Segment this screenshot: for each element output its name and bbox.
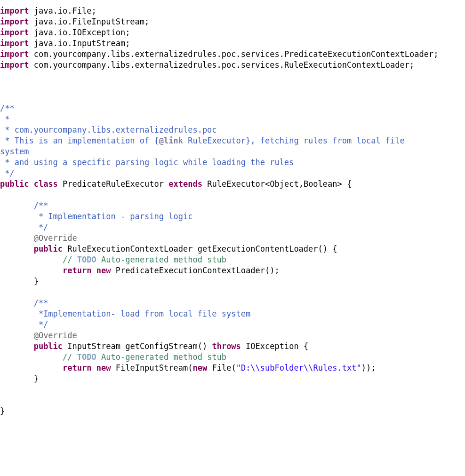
import-path: com.yourcompany.libs.externalizedrules.p… (34, 49, 434, 59)
comment-text: Auto-generated method stub (101, 255, 226, 264)
parent-class: RuleExecutor<Object,Boolean> (207, 179, 342, 189)
import-path: java.io.FileInputStream (34, 17, 144, 26)
javadoc-link-target: RuleExecutor (188, 136, 246, 145)
keyword-import: import (0, 17, 29, 26)
keyword-public: public (34, 244, 63, 254)
return-type: RuleExecutionContextLoader (67, 244, 192, 254)
import-path: java.io.IOException (34, 28, 125, 37)
return-type: InputStream (67, 341, 120, 351)
javadoc-tag-link: @link (159, 136, 183, 145)
javadoc-text: system (0, 147, 29, 156)
keyword-class: class (34, 179, 58, 189)
javadoc-line: system (0, 147, 29, 156)
keyword-import: import (0, 6, 29, 16)
keyword-return: return (63, 363, 91, 373)
keyword-public: public (34, 341, 63, 351)
import-line: import com.yourcompany.libs.externalized… (0, 60, 414, 70)
javadoc-line: * com.yourcompany.libs.externalizedrules… (0, 125, 217, 135)
import-path: java.io.InputStream (34, 39, 125, 48)
keyword-new: new (96, 363, 111, 373)
throws-type: IOException (246, 341, 299, 351)
javadoc-close: */ (0, 320, 48, 329)
todo-token: TODO (77, 352, 96, 362)
line-comment: // TODO Auto-generated method stub (63, 352, 226, 362)
javadoc-line: * (0, 114, 9, 124)
keyword-import: import (0, 28, 29, 37)
javadoc-close: */ (0, 222, 48, 232)
keyword-import: import (0, 49, 29, 59)
javadoc-line: * and using a specific parsing logic whi… (0, 158, 294, 167)
import-line: import com.yourcompany.libs.externalized… (0, 49, 438, 59)
class-ref: File (212, 363, 231, 373)
java-source: import java.io.File; import java.io.File… (0, 0, 465, 417)
constructor-call: PredicateExecutionContextLoader() (116, 266, 275, 275)
javadoc-line: *Implementation- load from local file sy… (0, 309, 250, 318)
javadoc-open: /** (0, 103, 15, 113)
class-declaration: public class PredicateRuleExecutor exten… (0, 179, 352, 189)
method-declaration: public InputStream getConfigStream() thr… (34, 341, 309, 351)
javadoc-text: Implementation - parsing logic (48, 212, 192, 221)
method-declaration: public RuleExecutionContextLoader getExe… (34, 244, 337, 254)
import-line: import java.io.IOException; (0, 28, 130, 37)
import-path: java.io.File (34, 6, 92, 16)
import-line: import java.io.FileInputStream; (0, 17, 149, 26)
annotation-override: @Override (34, 233, 77, 243)
comment-slashes: // (63, 255, 72, 264)
javadoc-close: */ (0, 168, 15, 178)
method-name: getExecutionContentLoader (198, 244, 318, 254)
comment-text: Auto-generated method stub (101, 352, 226, 362)
annotation-override: @Override (34, 331, 77, 340)
return-statement: return new PredicateExecutionContextLoad… (63, 266, 280, 275)
javadoc-text: and using a specific parsing logic while… (15, 158, 294, 167)
keyword-new: new (192, 363, 207, 373)
string-literal: "D:\\subFolder\\Rules.txt" (236, 363, 361, 373)
import-line: import java.io.InputStream; (0, 39, 130, 48)
import-path: com.yourcompany.libs.externalizedrules.p… (34, 60, 409, 70)
javadoc-text: }, fetching rules from local file (246, 136, 405, 145)
javadoc-text: Implementation- load from local file sys… (43, 309, 250, 318)
keyword-import: import (0, 60, 29, 70)
class-ref: FileInputStream (116, 363, 188, 373)
keyword-return: return (63, 266, 91, 275)
todo-token: TODO (77, 255, 96, 264)
method-name: getConfigStream (125, 341, 198, 351)
keyword-public: public (0, 179, 29, 189)
javadoc-line: * Implementation - parsing logic (0, 212, 192, 221)
comment-slashes: // (63, 352, 72, 362)
javadoc-open: /** (34, 201, 48, 210)
keyword-new: new (96, 266, 111, 275)
import-line: import java.io.File; (0, 6, 96, 16)
keyword-throws: throws (212, 341, 241, 351)
class-name: PredicateRuleExecutor (63, 179, 164, 189)
javadoc-open: /** (34, 298, 48, 308)
javadoc-text: com.yourcompany.libs.externalizedrules.p… (15, 125, 217, 135)
javadoc-line: * This is an implementation of {@link Ru… (0, 136, 405, 145)
keyword-extends: extends (168, 179, 202, 189)
return-statement: return new FileInputStream(new File("D:\… (63, 363, 376, 373)
line-comment: // TODO Auto-generated method stub (63, 255, 226, 264)
keyword-import: import (0, 39, 29, 48)
javadoc-text: This is an implementation of { (15, 136, 159, 145)
